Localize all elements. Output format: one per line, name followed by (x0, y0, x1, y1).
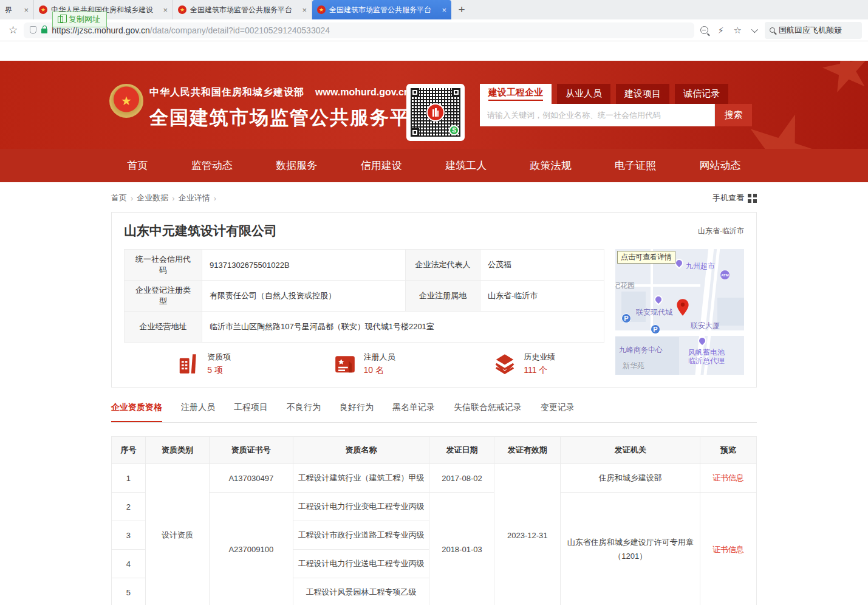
nav-item-certificates[interactable]: 电子证照 (615, 159, 656, 173)
stat-qualifications: 资质项5 项 (124, 352, 284, 376)
search-tab-practitioners[interactable]: 从业人员 (557, 84, 610, 104)
mobile-view[interactable]: 手机查看 (713, 193, 757, 203)
new-tab-button[interactable]: + (451, 0, 472, 19)
field-label: 统一社会信用代码 (125, 250, 202, 281)
site-search-input[interactable] (480, 104, 714, 126)
tab-blacklist[interactable]: 黑名单记录 (392, 402, 435, 422)
map-tooltip: 点击可查看详情 (617, 251, 675, 264)
field-value: 临沂市兰山区陶然路107号星河晶都（联安）现代城1号楼2201室 (202, 312, 604, 343)
tab-good-behavior[interactable]: 良好行为 (340, 402, 374, 422)
nav-item-credit[interactable]: 信用建设 (361, 159, 402, 173)
close-icon[interactable]: × (442, 5, 446, 15)
search-tab-credit-records[interactable]: 诚信记录 (675, 84, 728, 104)
national-emblem-icon: ★ (109, 84, 143, 121)
zoom-out-icon[interactable] (700, 26, 708, 34)
site-search-module: 建设工程企业 从业人员 建设项目 诚信记录 搜索 (480, 84, 752, 126)
map-label: 新华苑 (623, 361, 644, 371)
ministry-name: 中华人民共和国住房和城乡建设部 (149, 87, 304, 97)
bookmark-star-icon[interactable]: ☆ (9, 24, 18, 36)
tab-dishonesty-records[interactable]: 失信联合惩戒记录 (454, 402, 522, 422)
company-info-table: 统一社会信用代码 91371302675501022B 企业法定代表人 公茂福 … (124, 249, 604, 343)
poi-pin-icon (652, 293, 665, 306)
detail-tabs: 企业资质资格 注册人员 工程项目 不良行为 良好行为 黑名单记录 失信联合惩戒记… (111, 402, 757, 423)
browser-tab-3[interactable]: ★ 全国建筑市场监管公共服务平台 × (173, 0, 312, 19)
company-name: 山东中元建筑设计有限公司 (124, 222, 277, 239)
parking-icon: P (651, 324, 660, 334)
certificate-info-link[interactable]: 证书信息 (713, 545, 744, 554)
site-brand: 中华人民共和国住房和城乡建设部www.mohurd.gov.cn 全国建筑市场监… (149, 86, 430, 131)
emblem-icon: ★ (39, 5, 47, 14)
browser-tab-1[interactable]: 界 × (0, 0, 34, 19)
map-label: 临沂总代理 (688, 356, 725, 366)
map-label: 联安现代城 (636, 307, 672, 318)
close-icon[interactable]: × (24, 5, 29, 15)
id-card-icon (333, 352, 357, 375)
close-icon[interactable]: × (302, 5, 307, 15)
map-label: 记花园 (615, 281, 635, 291)
search-tab-projects[interactable]: 建设项目 (616, 84, 669, 104)
company-card: 山东中元建筑设计有限公司 山东省-临沂市 统一社会信用代码 9137130267… (111, 212, 757, 388)
tab-qualifications[interactable]: 企业资质资格 (111, 402, 162, 422)
chevron-down-icon[interactable] (751, 26, 758, 32)
browser-tab-strip: 界 × ★ 中华人民共和国住房和城乡建设 × ★ 全国建筑市场监管公共服务平台 … (0, 0, 868, 19)
breadcrumb-home[interactable]: 首页 (111, 193, 127, 203)
nav-item-data-service[interactable]: 数据服务 (276, 159, 317, 173)
stat-history-performance: 历史业绩111 个 (444, 352, 604, 376)
qualification-category: 设计资质 (145, 464, 209, 605)
flash-icon[interactable]: ⚡ (718, 26, 724, 35)
url-text[interactable]: https://jzsc.mohurd.gov.cn/data/company/… (52, 26, 688, 35)
close-icon[interactable]: × (163, 5, 168, 15)
browser-tab-active[interactable]: ★ 全国建筑市场监管公共服务平台 × (312, 0, 451, 19)
table-header-row: 序号 资质类别 资质证书号 资质名称 发证日期 发证有效期 发证机关 预览 (112, 437, 757, 464)
tab-bad-behavior[interactable]: 不良行为 (287, 402, 321, 422)
address-bar[interactable]: https://jzsc.mohurd.gov.cn/data/company/… (24, 22, 694, 38)
certificate-info-link[interactable]: 证书信息 (713, 473, 744, 482)
atm-icon: ATM (720, 270, 730, 280)
site-title: 全国建筑市场监管公共服务平台 (149, 105, 430, 131)
search-tab-construction-enterprise[interactable]: 建设工程企业 (480, 84, 552, 104)
company-region: 山东省-临沂市 (698, 222, 744, 236)
favorite-star-icon[interactable]: ☆ (734, 25, 742, 36)
search-icon (770, 27, 775, 33)
tab-change-records[interactable]: 变更记录 (541, 402, 575, 422)
emblem-icon: ★ (317, 5, 326, 14)
emblem-icon: ★ (178, 5, 186, 14)
field-label: 企业法定代表人 (406, 250, 480, 281)
qr-finder (411, 88, 419, 97)
qr-code-icon (748, 194, 757, 203)
main-nav: 首页 监管动态 数据服务 信用建设 建筑工人 政策法规 电子证照 网站动态 (0, 149, 868, 182)
stat-registered-staff: 注册人员10 名 (284, 352, 445, 376)
search-button[interactable]: 搜索 (714, 104, 752, 126)
site-qr-code: S (406, 84, 465, 141)
nav-item-policy[interactable]: 政策法规 (530, 159, 572, 173)
nav-item-site-news[interactable]: 网站动态 (699, 159, 740, 173)
location-map[interactable]: 点击可查看详情 九州超市 ATM 记花园 联安现代城 联安大厦 P P 九峰商务… (615, 249, 744, 375)
copy-icon (58, 16, 63, 23)
lock-icon[interactable] (41, 29, 47, 33)
breadcrumb-company-detail[interactable]: 企业详情 (179, 193, 210, 203)
field-value: 公茂福 (480, 250, 604, 281)
layers-icon (493, 352, 516, 375)
browser-search-input[interactable] (779, 26, 857, 35)
validity-date: 2023-12-31 (494, 464, 561, 605)
nav-item-home[interactable]: 首页 (128, 159, 148, 173)
browser-search-box[interactable] (765, 22, 862, 39)
nav-item-supervision[interactable]: 监管动态 (191, 159, 233, 173)
shield-icon[interactable] (30, 26, 36, 34)
breadcrumb-company-data[interactable]: 企业数据 (137, 193, 168, 203)
company-stats: 资质项5 项 注册人员10 名 历史业绩111 个 (124, 352, 604, 376)
field-value: 91371302675501022B (202, 250, 406, 281)
map-label: 九州超市 (686, 261, 715, 272)
map-label: 九峰商务中心 (619, 345, 663, 355)
building-icon (177, 352, 200, 375)
qr-logo-icon (426, 103, 445, 121)
parking-icon: P (621, 313, 631, 323)
breadcrumb: 首页› 企业数据› 企业详情› 手机查看 (111, 193, 757, 203)
page-top-gap (0, 41, 868, 61)
site-banner: ★ 中华人民共和国住房和城乡建设部www.mohurd.gov.cn 全国建筑市… (0, 61, 868, 149)
nav-item-workers[interactable]: 建筑工人 (445, 159, 487, 173)
tab-projects[interactable]: 工程项目 (234, 402, 268, 422)
copy-url-tooltip: 复制网址 (52, 12, 107, 27)
tab-registered-staff[interactable]: 注册人员 (181, 402, 215, 422)
ministry-domain: www.mohurd.gov.cn (315, 87, 410, 97)
